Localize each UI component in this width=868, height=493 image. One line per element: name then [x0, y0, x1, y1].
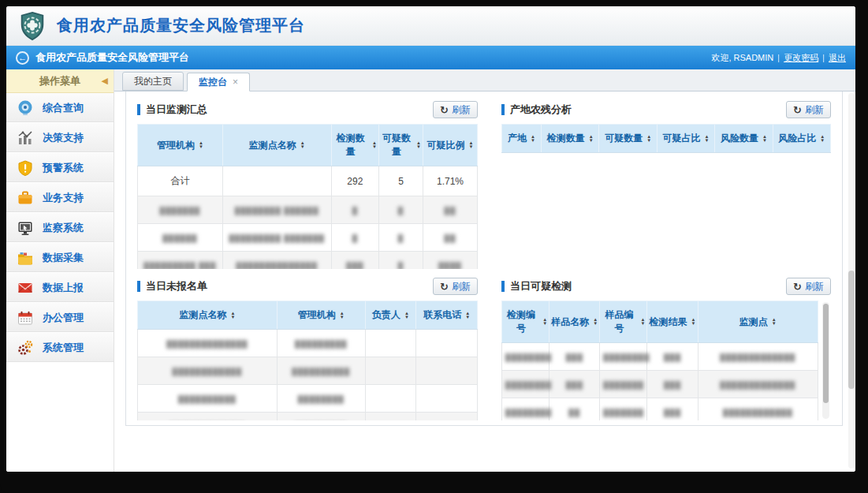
- column-header[interactable]: 检测数量▲▼: [542, 125, 599, 153]
- panel-title: 当日未报名单: [146, 279, 207, 293]
- column-header-label: 监测点: [739, 316, 768, 329]
- sort-icon[interactable]: ▲▼: [640, 318, 645, 326]
- column-header[interactable]: 监测点名称▲▼: [138, 301, 278, 330]
- refresh-label: 刷新: [805, 280, 824, 293]
- column-header[interactable]: 可疑占比▲▼: [657, 125, 714, 153]
- column-header[interactable]: 产地▲▼: [502, 125, 542, 153]
- sort-icon[interactable]: ▲▼: [465, 312, 470, 319]
- table-cell: ██████████████: [222, 252, 331, 270]
- column-header[interactable]: 样品编号▲▼: [600, 301, 647, 343]
- sidebar-item-comprehensive-query[interactable]: 综合查询: [6, 93, 114, 123]
- sort-icon[interactable]: ▲▼: [542, 318, 547, 326]
- sidebar-item-business-support[interactable]: 业务支持: [6, 183, 114, 213]
- column-header-label: 管理机构: [157, 139, 195, 152]
- sort-icon[interactable]: ▲▼: [340, 312, 345, 319]
- sort-icon[interactable]: ▲▼: [416, 141, 421, 149]
- suspicious-table: 检测编号▲▼样品名称▲▼样品编号▲▼检测结果▲▼监测点▲▼███████████…: [501, 301, 818, 420]
- sidebar-item-label: 数据采集: [43, 251, 84, 265]
- column-header[interactable]: 样品名称▲▼: [549, 301, 600, 343]
- table-row[interactable]: ███████████████ ███████████: [138, 224, 478, 252]
- table-cell: [365, 413, 416, 421]
- nav-bar: ← 食用农产品质量安全风险管理平台 欢迎, RSADMIN | 更改密码 | 退…: [6, 46, 855, 69]
- sidebar-item-label: 数据上报: [43, 281, 84, 295]
- table-wrap: 检测编号▲▼样品名称▲▼样品编号▲▼检测结果▲▼监测点▲▼███████████…: [501, 301, 831, 420]
- table-cell: █: [378, 224, 423, 252]
- column-header[interactable]: 负责人▲▼: [365, 301, 416, 330]
- collapse-sidebar-icon[interactable]: ◀: [102, 76, 108, 86]
- column-header[interactable]: 检测数量▲▼: [331, 125, 378, 166]
- change-password-link[interactable]: 更改密码: [784, 52, 818, 64]
- table-cell: ████████: [277, 385, 365, 413]
- table-row[interactable]: ██████████████████: [138, 385, 478, 413]
- table-cell: █████████ ███████: [222, 224, 331, 252]
- sort-icon[interactable]: ▲▼: [691, 318, 696, 326]
- sidebar-item-supervision-system[interactable]: 监察系统: [6, 213, 114, 243]
- table-cell: ████████: [600, 343, 647, 371]
- refresh-label: 刷新: [452, 103, 471, 117]
- sort-icon[interactable]: ▲▼: [404, 312, 409, 319]
- tab-monitoring-console[interactable]: 监控台 ×: [187, 73, 250, 92]
- sort-icon[interactable]: ▲▼: [372, 141, 377, 149]
- column-header[interactable]: 联系电话▲▼: [416, 301, 478, 330]
- sort-icon[interactable]: ▲▼: [589, 135, 594, 143]
- column-header-label: 监测点名称: [179, 308, 226, 322]
- table-cell: █████████: [277, 413, 365, 421]
- table-row[interactable]: 合计29251.71%: [138, 166, 478, 196]
- table-scrollbar-thumb[interactable]: [823, 304, 829, 403]
- sidebar-item-office-management[interactable]: 办公管理: [6, 303, 114, 333]
- sidebar-item-data-reporting[interactable]: 数据上报: [6, 273, 114, 303]
- sort-icon[interactable]: ▲▼: [230, 312, 235, 319]
- table-cell: ████████: [502, 343, 549, 371]
- column-header[interactable]: 可疑数量▲▼: [378, 125, 423, 166]
- sidebar-item-system-management[interactable]: 系统管理: [6, 333, 114, 363]
- alert-shield-icon: [16, 159, 35, 177]
- nav-bar-title: 食用农产品质量安全风险管理平台: [35, 50, 189, 65]
- table-cell: ██████████: [277, 357, 365, 385]
- refresh-button[interactable]: ↻ 刷新: [786, 101, 831, 118]
- column-header[interactable]: 监测点▲▼: [698, 301, 818, 343]
- sort-icon[interactable]: ▲▼: [593, 318, 598, 326]
- refresh-button[interactable]: ↻ 刷新: [433, 278, 478, 295]
- column-header[interactable]: 管理机构▲▼: [277, 301, 365, 330]
- sort-icon[interactable]: ▲▼: [772, 318, 777, 326]
- table-row[interactable]: ███████████████████████████████████: [502, 343, 818, 371]
- table-row[interactable]: ██████████████████████: [138, 357, 478, 385]
- column-header[interactable]: 检测结果▲▼: [647, 301, 698, 343]
- refresh-button[interactable]: ↻ 刷新: [786, 278, 831, 295]
- column-header[interactable]: 管理机构▲▼: [138, 125, 223, 166]
- close-tab-icon[interactable]: ×: [233, 77, 238, 88]
- mail-icon: [16, 278, 35, 297]
- sort-icon[interactable]: ▲▼: [469, 141, 474, 149]
- back-icon[interactable]: ←: [16, 51, 29, 65]
- logout-link[interactable]: 退出: [829, 52, 846, 64]
- sort-icon[interactable]: ▲▼: [531, 135, 535, 143]
- sort-icon[interactable]: ▲▼: [300, 141, 305, 149]
- refresh-button[interactable]: ↻ 刷新: [433, 101, 478, 118]
- sidebar-item-warning-system[interactable]: 预警系统: [6, 153, 114, 183]
- table-row[interactable]: ████████████████████████████████: [502, 398, 818, 421]
- column-header[interactable]: 风险占比▲▼: [773, 125, 830, 153]
- table-row[interactable]: ██████████████████████████████████: [502, 371, 818, 398]
- panel-title: 产地农残分析: [510, 103, 572, 117]
- sidebar-item-data-collection[interactable]: 数据采集: [6, 243, 114, 273]
- column-header[interactable]: 可疑数量▲▼: [599, 125, 657, 153]
- column-header[interactable]: 检测编号▲▼: [502, 301, 549, 343]
- tab-my-homepage[interactable]: 我的主页: [122, 72, 184, 91]
- sort-icon[interactable]: ▲▼: [199, 141, 203, 149]
- app-title: 食用农产品质量安全风险管理平台: [57, 15, 305, 36]
- separator: |: [822, 53, 825, 62]
- sort-icon[interactable]: ▲▼: [646, 135, 651, 143]
- sort-icon[interactable]: ▲▼: [762, 135, 767, 143]
- table-row[interactable]: ███████████████████████: [138, 330, 478, 357]
- table-row[interactable]: █████████ █████████████████████████: [138, 252, 478, 270]
- page-scrollbar-thumb[interactable]: [848, 271, 855, 389]
- panel-origin-pesticide-analysis: 产地农残分析 ↻ 刷新 产地▲▼检测数量▲▼可疑数量▲▼可疑占比▲▼风险数量▲▼…: [501, 99, 831, 271]
- table-row[interactable]: ███████████████ ██████████: [138, 196, 478, 224]
- column-header[interactable]: 监测点名称▲▼: [222, 125, 331, 166]
- column-header[interactable]: 可疑比例▲▼: [423, 125, 478, 166]
- sidebar-item-decision-support[interactable]: 决策支持: [6, 123, 114, 153]
- table-row[interactable]: ██████████████████████: [138, 413, 478, 421]
- sort-icon[interactable]: ▲▼: [705, 135, 710, 143]
- column-header[interactable]: 风险数量▲▼: [715, 125, 773, 153]
- sort-icon[interactable]: ▲▼: [820, 135, 825, 143]
